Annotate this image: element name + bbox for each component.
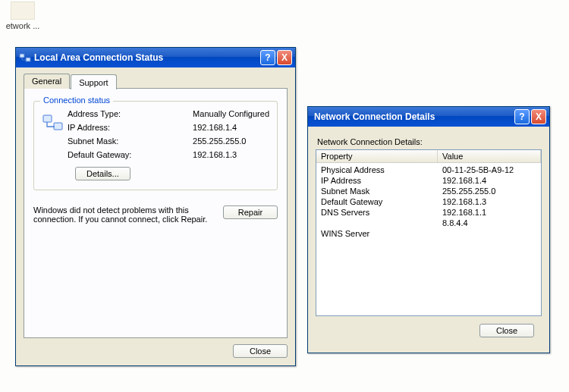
col-property[interactable]: Property bbox=[316, 150, 438, 162]
title-bar[interactable]: Network Connection Details ? X bbox=[308, 107, 549, 127]
cell-property: Physical Address bbox=[321, 165, 442, 175]
cell-property bbox=[321, 218, 442, 228]
details-list-label: Network Connection Details: bbox=[317, 137, 540, 146]
mask-value: 255.255.255.0 bbox=[193, 136, 269, 146]
details-button[interactable]: Details... bbox=[75, 167, 130, 180]
address-type-value: Manually Configured bbox=[193, 109, 269, 118]
tab-support[interactable]: Support bbox=[71, 74, 117, 89]
group-legend: Connection status bbox=[40, 96, 113, 105]
list-row[interactable]: Physical Address00-11-25-5B-A9-12 bbox=[316, 165, 541, 175]
network-places-icon bbox=[11, 2, 35, 20]
list-body: Physical Address00-11-25-5B-A9-12IP Addr… bbox=[316, 163, 541, 240]
connection-status-window: Local Area Connection Status ? X General… bbox=[15, 47, 296, 366]
ip-label: IP Address: bbox=[68, 123, 187, 132]
help-button[interactable]: ? bbox=[260, 50, 275, 65]
tab-pane-support: Connection status Address Type: Manually… bbox=[24, 88, 288, 338]
svg-rect-0 bbox=[20, 54, 24, 58]
title-bar[interactable]: Local Area Connection Status ? X bbox=[16, 48, 295, 67]
cell-value: 192.168.1.3 bbox=[442, 196, 536, 207]
col-value[interactable]: Value bbox=[438, 150, 541, 162]
svg-rect-2 bbox=[43, 115, 52, 122]
ip-value: 192.168.1.4 bbox=[193, 123, 269, 132]
desktop-network-icon[interactable]: etwork ... bbox=[0, 0, 46, 30]
network-details-window: Network Connection Details ? X Network C… bbox=[307, 106, 550, 353]
cell-property: WINS Server bbox=[321, 228, 442, 239]
window-title: Local Area Connection Status bbox=[34, 52, 260, 63]
cell-value: 00-11-25-5B-A9-12 bbox=[442, 165, 536, 175]
close-icon[interactable]: X bbox=[277, 50, 292, 65]
cell-property: Subnet Mask bbox=[321, 186, 442, 196]
connection-icon bbox=[42, 112, 68, 135]
cell-property: Default Gateway bbox=[321, 196, 442, 207]
tab-strip: General Support bbox=[24, 74, 288, 89]
gateway-label: Default Gateway: bbox=[68, 150, 187, 159]
cell-value: 192.168.1.1 bbox=[442, 207, 536, 218]
list-row[interactable]: IP Address192.168.1.4 bbox=[316, 175, 541, 186]
close-button[interactable]: Close bbox=[479, 324, 534, 337]
desktop-icon-label: etwork ... bbox=[0, 21, 46, 30]
network-icon bbox=[19, 52, 31, 64]
list-row[interactable]: 8.8.4.4 bbox=[316, 218, 541, 228]
diagnostic-text: Windows did not detect problems with thi… bbox=[33, 205, 215, 224]
close-icon[interactable]: X bbox=[531, 109, 546, 124]
list-row[interactable]: Default Gateway192.168.1.3 bbox=[316, 196, 541, 207]
address-type-label: Address Type: bbox=[68, 109, 187, 118]
details-listview[interactable]: Property Value Physical Address00-11-25-… bbox=[316, 149, 542, 316]
list-header: Property Value bbox=[316, 150, 541, 163]
cell-property: DNS Servers bbox=[321, 207, 442, 218]
close-button[interactable]: Close bbox=[233, 344, 288, 358]
tab-general[interactable]: General bbox=[24, 74, 70, 89]
repair-button[interactable]: Repair bbox=[223, 205, 278, 219]
cell-value: 8.8.4.4 bbox=[442, 218, 536, 228]
list-row[interactable]: DNS Servers192.168.1.1 bbox=[316, 207, 541, 218]
gateway-value: 192.168.1.3 bbox=[193, 150, 269, 159]
cell-value: 192.168.1.4 bbox=[442, 175, 536, 186]
svg-rect-3 bbox=[54, 123, 62, 130]
list-row[interactable]: Subnet Mask255.255.255.0 bbox=[316, 186, 541, 196]
cell-value bbox=[442, 228, 536, 239]
connection-status-group: Connection status Address Type: Manually… bbox=[33, 101, 278, 190]
cell-property: IP Address bbox=[321, 175, 442, 186]
cell-value: 255.255.255.0 bbox=[442, 186, 536, 196]
window-title: Network Connection Details bbox=[311, 111, 514, 122]
list-row[interactable]: WINS Server bbox=[316, 228, 541, 239]
help-button[interactable]: ? bbox=[514, 109, 530, 124]
mask-label: Subnet Mask: bbox=[68, 136, 187, 146]
